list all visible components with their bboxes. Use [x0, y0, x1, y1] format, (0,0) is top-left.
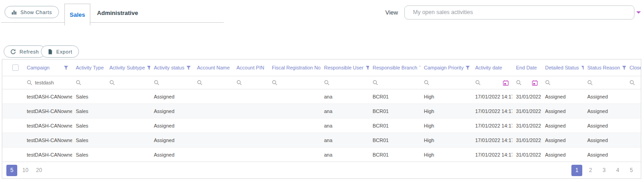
caret-down-icon[interactable] — [636, 11, 641, 14]
cell-responsible-user: ana — [320, 152, 369, 157]
filter-fiscal-registration-no[interactable] — [268, 76, 320, 89]
refresh-button[interactable]: Refresh — [4, 45, 46, 58]
funnel-icon[interactable] — [145, 65, 150, 70]
refresh-icon — [10, 49, 16, 54]
page-size-10[interactable]: 10 — [20, 165, 31, 176]
bar-chart-icon — [11, 10, 17, 15]
calendar-icon[interactable] — [503, 80, 509, 86]
table-row[interactable]: testDASH-CANowner Sales Assigned ana BCR… — [2, 89, 641, 104]
select-all-checkbox[interactable] — [12, 64, 19, 71]
view-select[interactable]: My open sales activities — [404, 5, 634, 20]
funnel-icon[interactable] — [184, 65, 191, 70]
table-row[interactable]: testDASH-CANowner Sales Assigned ana BCR… — [2, 148, 641, 162]
search-icon — [545, 80, 551, 85]
cell-end-date: 31/01/2022 — [512, 123, 541, 128]
filter-account-pin[interactable] — [233, 76, 268, 89]
cell-responsible-user: ana — [320, 108, 369, 114]
filter-campaign[interactable]: testdash — [23, 76, 72, 89]
filter-responsible-user[interactable] — [320, 76, 369, 89]
cell-activity-date: 17/01/2022 14:17 — [472, 138, 512, 143]
table-row[interactable]: testDASH-CANowner Sales Assigned ana BCR… — [2, 104, 641, 118]
column-header-activity-status[interactable]: Activity status — [150, 65, 193, 70]
page-1[interactable]: 1 — [571, 165, 582, 176]
cell-activity-status: Assigned — [150, 152, 193, 157]
column-header-responsible-user[interactable]: Responsible User — [320, 65, 369, 70]
cell-status-reason: Assigned — [584, 123, 626, 128]
table-row[interactable]: testDASH-CANowner Sales Assigned ana BCR… — [2, 118, 641, 133]
filter-activity-status[interactable] — [150, 76, 193, 89]
page-size-5[interactable]: 5 — [6, 165, 17, 176]
filter-activity-subtype[interactable] — [106, 76, 150, 89]
column-header-detailed-status[interactable]: Detailed Status — [541, 65, 584, 70]
search-icon — [154, 80, 159, 85]
cell-responsible-user: ana — [320, 138, 369, 143]
column-header-campaign-priority[interactable]: Campaign Priority — [420, 65, 472, 70]
column-header-status-reason[interactable]: Status Reason — [584, 65, 626, 70]
column-header-activity-subtype[interactable]: Activity Subtype — [106, 65, 150, 70]
page-2[interactable]: 2 — [585, 165, 596, 176]
filter-status-reason[interactable] — [584, 76, 626, 89]
page-4[interactable]: 4 — [612, 165, 623, 176]
column-header-activity-type[interactable]: Activity Type — [72, 65, 106, 70]
export-button[interactable]: Export — [41, 45, 79, 58]
filter-activity-date[interactable] — [472, 76, 512, 89]
tab-strip-divider — [1, 22, 224, 23]
filter-close[interactable] — [626, 76, 641, 89]
pager-bar: 5 10 20 1 2 3 4 5 — [2, 162, 641, 178]
show-charts-label: Show Charts — [20, 10, 52, 15]
tab-administrative-label: Administrative — [97, 10, 138, 16]
search-icon — [424, 80, 429, 85]
tab-administrative[interactable]: Administrative — [90, 4, 145, 22]
page-5[interactable]: 5 — [626, 165, 637, 176]
tab-sales[interactable]: Sales — [64, 4, 90, 25]
column-header-fiscal-registration-no[interactable]: Fiscal Registration No — [268, 65, 320, 70]
file-icon — [48, 49, 53, 54]
page-3[interactable]: 3 — [599, 165, 610, 176]
funnel-icon[interactable] — [463, 65, 470, 70]
table-header-row: Campaign Activity Type Activity Subtype … — [2, 59, 641, 76]
view-label: View — [385, 9, 398, 16]
column-header-account-name[interactable]: Account Name — [193, 65, 233, 70]
cell-activity-date: 17/01/2022 14:17 — [472, 152, 512, 157]
table-row[interactable]: testDASH-CANowner Sales Assigned ana BCR… — [2, 133, 641, 148]
funnel-icon[interactable] — [579, 65, 584, 70]
search-icon — [516, 80, 521, 85]
cell-campaign-priority: High — [420, 138, 472, 143]
filter-detailed-status[interactable] — [541, 76, 584, 89]
funnel-icon[interactable] — [62, 65, 69, 70]
table-body: testDASH-CANowner Sales Assigned ana BCR… — [2, 89, 641, 162]
cell-status-reason: Assigned — [584, 138, 626, 143]
filter-activity-type[interactable] — [72, 76, 106, 89]
column-header-close[interactable]: Close — [626, 65, 641, 70]
calendar-icon[interactable] — [532, 80, 538, 86]
funnel-icon[interactable] — [620, 65, 626, 70]
cell-campaign-priority: High — [420, 123, 472, 128]
filter-account-name[interactable] — [193, 76, 233, 89]
funnel-icon[interactable] — [364, 65, 369, 70]
filter-campaign-value: testdash — [35, 80, 54, 85]
column-header-activity-date[interactable]: Activity date — [472, 65, 512, 70]
cell-detailed-status: Assigned — [541, 108, 584, 114]
filter-responsible-branch[interactable] — [369, 76, 420, 89]
show-charts-button[interactable]: Show Charts — [5, 6, 59, 18]
activities-table: Campaign Activity Type Activity Subtype … — [2, 59, 641, 179]
column-header-responsible-branch[interactable]: Responsible Branch — [369, 65, 420, 70]
cell-detailed-status: Assigned — [541, 123, 584, 128]
search-icon — [373, 80, 378, 85]
column-header-account-pin[interactable]: Account PIN — [233, 65, 268, 70]
filter-end-date[interactable] — [512, 76, 541, 89]
cell-status-reason: Assigned — [584, 94, 626, 99]
cell-activity-status: Assigned — [150, 108, 193, 114]
cell-detailed-status: Assigned — [541, 94, 584, 99]
cell-responsible-user: ana — [320, 123, 369, 128]
column-header-campaign[interactable]: Campaign — [23, 65, 72, 70]
search-icon — [324, 80, 329, 85]
page-size-20[interactable]: 20 — [34, 165, 44, 176]
column-header-end-date[interactable]: End Date — [512, 65, 541, 70]
refresh-label: Refresh — [20, 49, 39, 54]
cell-end-date: 31/01/2022 — [512, 108, 541, 114]
filter-campaign-priority[interactable] — [420, 76, 472, 89]
cell-activity-type: Sales — [72, 138, 106, 143]
cell-campaign: testDASH-CANowner — [23, 152, 72, 157]
view-select-value: My open sales activities — [413, 9, 473, 15]
